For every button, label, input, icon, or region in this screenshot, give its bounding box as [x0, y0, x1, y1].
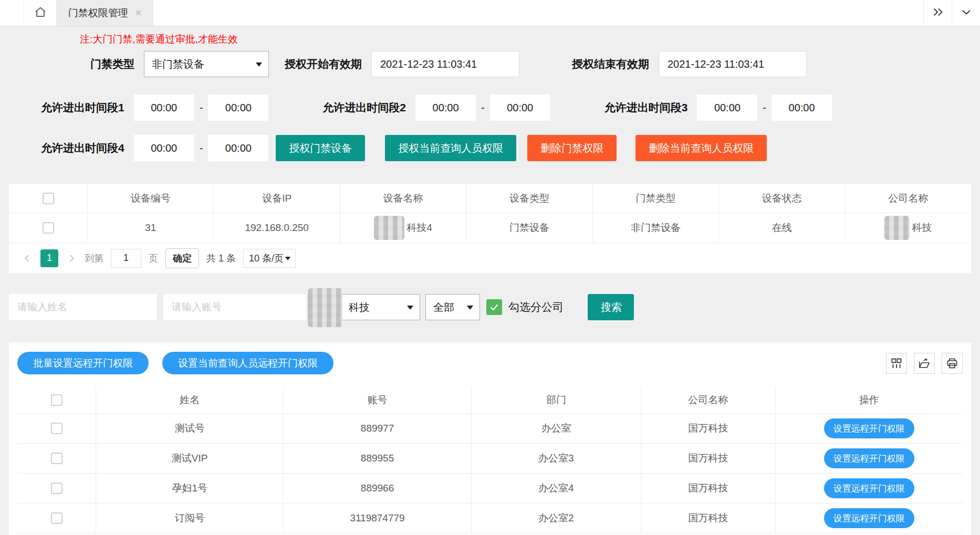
- select-arrow-icon: [256, 62, 262, 67]
- select-all-persons-checkbox[interactable]: [51, 394, 62, 406]
- tabs-scroll-right-button[interactable]: [923, 0, 952, 26]
- branch-company-checkbox[interactable]: [486, 299, 502, 315]
- period2-from-field[interactable]: 00:00: [415, 95, 476, 121]
- tab-close-icon[interactable]: ×: [135, 7, 142, 19]
- person-name-cell: 测试VIP: [96, 444, 284, 473]
- auth-start-datetime-value: 2021-12-23 11:03:41: [380, 58, 477, 70]
- redacted-company-select-prefix: [308, 288, 342, 327]
- remote-open-toolbar: 批量设置远程开门权限 设置当前查询人员远程开门权限: [17, 352, 963, 374]
- person-name-cell: 订阅号: [96, 503, 284, 533]
- door-type-select[interactable]: 非门禁设备: [144, 51, 269, 77]
- period1-to-field[interactable]: 00:00: [208, 95, 268, 121]
- delete-current-persons-permission-button[interactable]: 删除当前查询人员权限: [635, 135, 767, 161]
- current-page-button[interactable]: 1: [40, 249, 58, 267]
- person-department-cell: 办公室4: [472, 474, 641, 503]
- auth-end-datetime-field[interactable]: 2021-12-23 11:03:41: [659, 51, 807, 77]
- person-checkbox-cell: [17, 444, 96, 473]
- period2-to-field[interactable]: 00:00: [490, 95, 550, 121]
- door-type-selected-value: 非门禁设备: [152, 57, 204, 71]
- period1-dash: -: [200, 102, 203, 114]
- prev-page-button[interactable]: [22, 254, 33, 263]
- person-account-cell: 889977: [284, 414, 471, 443]
- search-button[interactable]: 搜索: [588, 294, 634, 320]
- person-row-checkbox[interactable]: [51, 423, 62, 434]
- period3-to-value: 00:00: [789, 102, 815, 114]
- page-size-select[interactable]: 10 条/页: [243, 249, 296, 268]
- name-search-input[interactable]: [9, 294, 157, 320]
- scope-select-value: 全部: [433, 300, 454, 314]
- period2-dash: -: [481, 102, 485, 114]
- person-filter-row: 科技 全部 勾选分公司 搜索: [9, 294, 980, 320]
- period4-to-field[interactable]: 00:00: [208, 135, 268, 161]
- print-button[interactable]: [942, 353, 963, 374]
- period3-from-value: 00:00: [714, 102, 741, 114]
- tab-bar-spacer: [153, 0, 923, 26]
- person-table-row: 测试号 889977 办公室 国万科技 设置远程开门权限: [17, 414, 963, 444]
- device-header-ip: 设备IP: [214, 184, 340, 213]
- tabs-menu-button[interactable]: [952, 0, 980, 26]
- person-row-checkbox[interactable]: [51, 512, 62, 524]
- auth-start-datetime-field[interactable]: 2021-12-23 11:03:41: [371, 51, 519, 77]
- chevron-down-icon: [960, 6, 973, 20]
- set-current-persons-remote-open-button[interactable]: 设置当前查询人员远程开门权限: [162, 352, 333, 374]
- person-company-cell: 国万科技: [641, 444, 776, 473]
- device-company-cell: 科技: [846, 213, 971, 243]
- person-company-cell: 国万科技: [641, 414, 776, 443]
- next-page-button[interactable]: [66, 254, 77, 263]
- person-table-row: 测试VIP 889955 办公室3 国万科技 设置远程开门权限: [17, 444, 963, 474]
- device-table-pagination: 1 到第 页 确定 共 1 条 10 条/页: [9, 243, 971, 273]
- authorize-current-persons-button[interactable]: 授权当前查询人员权限: [385, 135, 516, 161]
- device-header-no: 设备编号: [88, 184, 214, 213]
- goto-page-input[interactable]: [111, 249, 141, 268]
- account-search-input[interactable]: [163, 294, 306, 320]
- export-button[interactable]: [914, 353, 935, 374]
- device-header-checkbox-cell: [9, 184, 88, 213]
- redacted-device-name-prefix: [374, 216, 404, 240]
- batch-set-remote-open-button[interactable]: 批量设置远程开门权限: [17, 352, 149, 374]
- period2-to-value: 00:00: [507, 102, 533, 114]
- period1-to-value: 00:00: [225, 102, 252, 114]
- person-action-cell: 设置远程开门权限: [776, 414, 963, 443]
- device-header-status: 设备状态: [719, 184, 845, 213]
- goto-confirm-button[interactable]: 确定: [165, 248, 199, 268]
- checkmark-icon: [489, 302, 499, 312]
- auth-end-label: 授权结束有效期: [572, 57, 649, 71]
- period3-to-field[interactable]: 00:00: [772, 95, 832, 121]
- double-chevron-right-icon: [932, 6, 944, 20]
- delete-permission-button[interactable]: 删除门禁权限: [527, 135, 617, 161]
- person-action-cell: 设置远程开门权限: [776, 503, 963, 533]
- set-remote-open-permission-button[interactable]: 设置远程开门权限: [824, 448, 914, 468]
- person-header-name: 姓名: [96, 387, 284, 413]
- person-row-checkbox[interactable]: [51, 482, 62, 494]
- device-row-checkbox[interactable]: [43, 222, 54, 234]
- person-name-cell: 测试号: [96, 414, 284, 443]
- device-header-door-type: 门禁类型: [593, 184, 719, 213]
- period1-from-field[interactable]: 00:00: [134, 95, 194, 121]
- device-ip-cell: 192.168.0.250: [214, 213, 340, 243]
- branch-checkbox-label: 勾选分公司: [508, 300, 564, 314]
- select-all-devices-checkbox[interactable]: [43, 193, 54, 204]
- auth-end-datetime-value: 2021-12-23 11:03:41: [668, 58, 764, 70]
- device-table-row: 31 192.168.0.250 科技4 门禁设备 非门禁设备 在线 科技: [9, 213, 971, 243]
- page-size-value: 10 条/页: [249, 252, 284, 265]
- device-name-cell: 科技4: [340, 213, 466, 243]
- scope-select[interactable]: 全部: [425, 294, 480, 320]
- set-remote-open-permission-button[interactable]: 设置远程开门权限: [824, 508, 914, 528]
- person-table-row: 订阅号 3119874779 办公室2 国万科技 设置远程开门权限: [17, 503, 963, 533]
- home-tab-button[interactable]: [24, 0, 56, 26]
- device-header-name: 设备名称: [340, 184, 466, 213]
- period2-label: 允许进出时间段2: [322, 100, 406, 115]
- person-account-cell: 889966: [284, 474, 471, 503]
- person-row-checkbox[interactable]: [51, 453, 62, 464]
- page-unit-label: 页: [149, 252, 158, 265]
- column-settings-button[interactable]: [886, 353, 907, 374]
- set-remote-open-permission-button[interactable]: 设置远程开门权限: [824, 418, 914, 438]
- auth-form-row-1: 门禁类型 非门禁设备 授权开始有效期 2021-12-23 11:03:41 授…: [0, 51, 980, 77]
- set-remote-open-permission-button[interactable]: 设置远程开门权限: [824, 478, 914, 498]
- device-checkbox-cell: [9, 213, 88, 243]
- tab-door-permission[interactable]: 门禁权限管理 ×: [56, 0, 153, 26]
- company-select[interactable]: 科技: [312, 294, 420, 320]
- period3-from-field[interactable]: 00:00: [697, 95, 757, 121]
- authorize-device-button[interactable]: 授权门禁设备: [276, 135, 365, 161]
- period4-from-field[interactable]: 00:00: [134, 135, 194, 161]
